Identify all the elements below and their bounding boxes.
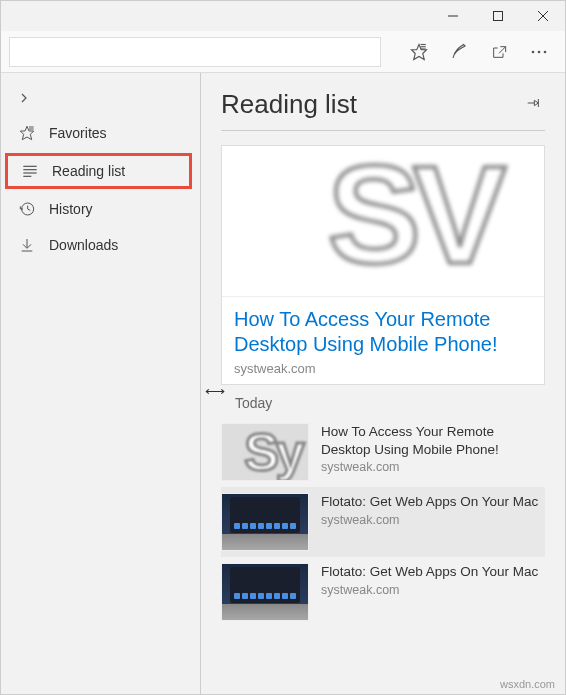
sidebar-item-label: Favorites: [49, 125, 107, 141]
svg-marker-11: [20, 126, 33, 139]
sidebar-item-history[interactable]: History: [1, 191, 200, 227]
main-panel: Reading list SV How To Access Your Remot…: [201, 73, 565, 694]
watermark: wsxdn.com: [500, 678, 555, 690]
svg-rect-1: [493, 12, 502, 21]
sidebar-item-downloads[interactable]: Downloads: [1, 227, 200, 263]
share-icon[interactable]: [481, 34, 517, 70]
list-thumbnail: [221, 493, 309, 551]
list-item-title: Flotato: Get Web Apps On Your Mac: [321, 493, 545, 511]
address-bar[interactable]: [9, 37, 381, 67]
sidebar-item-favorites[interactable]: Favorites: [1, 115, 200, 151]
list-thumbnail: Sy: [221, 423, 309, 481]
sidebar-item-label: History: [49, 201, 93, 217]
list-item-source: systweak.com: [321, 460, 545, 474]
reading-list-items: SyHow To Access Your Remote Desktop Usin…: [221, 417, 545, 627]
list-item[interactable]: Flotato: Get Web Apps On Your Macsystwea…: [221, 557, 545, 627]
list-item-title: Flotato: Get Web Apps On Your Mac: [321, 563, 545, 581]
svg-point-10: [544, 50, 547, 53]
section-label: Today: [235, 395, 545, 411]
resize-cursor-icon: ⟷: [205, 383, 225, 399]
close-button[interactable]: [520, 1, 565, 31]
pin-icon[interactable]: [525, 95, 545, 115]
star-icon: [19, 125, 35, 141]
featured-title: How To Access Your Remote Desktop Using …: [234, 307, 532, 357]
list-item[interactable]: SyHow To Access Your Remote Desktop Usin…: [221, 417, 545, 487]
sidebar-item-reading-list[interactable]: Reading list: [5, 153, 192, 189]
pen-icon[interactable]: [441, 34, 477, 70]
toolbar: [1, 31, 565, 73]
favorites-star-icon[interactable]: [401, 34, 437, 70]
list-item-source: systweak.com: [321, 583, 545, 597]
svg-point-9: [538, 50, 541, 53]
sidebar-item-label: Reading list: [52, 163, 125, 179]
list-item-title: How To Access Your Remote Desktop Using …: [321, 423, 545, 458]
featured-article[interactable]: SV How To Access Your Remote Desktop Usi…: [221, 145, 545, 385]
featured-source: systweak.com: [234, 361, 532, 376]
download-icon: [19, 237, 35, 253]
list-thumbnail: [221, 563, 309, 621]
sidebar-item-label: Downloads: [49, 237, 118, 253]
list-item[interactable]: Flotato: Get Web Apps On Your Macsystwea…: [221, 487, 545, 557]
minimize-button[interactable]: [430, 1, 475, 31]
page-title: Reading list: [221, 89, 357, 120]
titlebar: [1, 1, 565, 31]
expand-icon[interactable]: [1, 81, 200, 115]
featured-thumbnail: SV: [222, 146, 544, 296]
svg-point-8: [532, 50, 535, 53]
more-icon[interactable]: [521, 34, 557, 70]
history-icon: [19, 201, 35, 217]
list-item-source: systweak.com: [321, 513, 545, 527]
maximize-button[interactable]: [475, 1, 520, 31]
reading-list-icon: [22, 163, 38, 179]
hub-sidebar: Favorites Reading list History Downloads: [1, 73, 201, 694]
